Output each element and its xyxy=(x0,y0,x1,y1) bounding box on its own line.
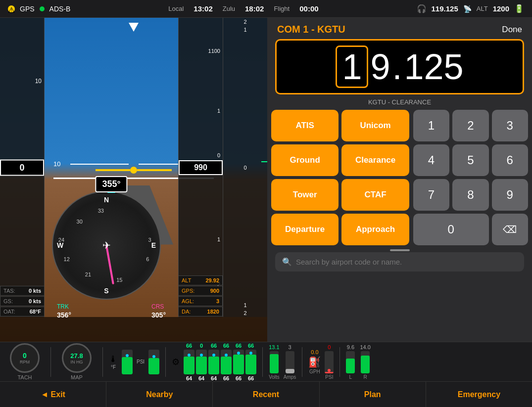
cht-6: 66 66 xyxy=(245,343,256,381)
psi-dot xyxy=(328,369,331,372)
volts-top: 13.1 xyxy=(269,344,279,350)
freq-subtitle: KGTU - CLEARANCE xyxy=(275,98,524,106)
nav-nearby[interactable]: Nearby xyxy=(106,382,213,407)
psi-display: 0 PSI xyxy=(325,344,334,380)
zulu-label: Zulu xyxy=(223,5,235,12)
agl-box: AGL: 3 xyxy=(178,296,223,306)
num-8-button[interactable]: 8 xyxy=(452,179,488,211)
compass-15: 15 xyxy=(116,277,122,283)
horizon-mark-line-left xyxy=(70,164,129,165)
approach-button[interactable]: Approach xyxy=(341,214,409,245)
flight-label: Flight xyxy=(274,5,290,12)
aircraft-right-wing xyxy=(137,169,172,171)
num-7-button[interactable]: 7 xyxy=(413,179,449,211)
cht2-dot xyxy=(200,354,203,357)
local-label: Local xyxy=(168,5,184,12)
cht4-bar xyxy=(221,350,232,374)
nav-emergency[interactable]: Emergency xyxy=(426,382,532,407)
altimeter-box: ALT 29.92 xyxy=(178,275,223,285)
gph-label: GPH xyxy=(309,369,320,374)
heading-value: 355° xyxy=(95,176,127,192)
compass-north: N xyxy=(104,196,109,204)
scroll-indicator xyxy=(267,249,532,251)
crs-label: CRS xyxy=(151,303,164,310)
gs-box: GS: 0 kts xyxy=(0,296,45,306)
num-3-button[interactable]: 3 xyxy=(492,110,528,141)
main-content: 10 10 10 0 xyxy=(0,18,532,342)
unicom-button[interactable]: Unicom xyxy=(341,110,409,141)
speed-mark-10: 10 xyxy=(35,78,42,85)
psi-bar xyxy=(325,351,334,373)
num-1-button[interactable]: 1 xyxy=(413,110,449,141)
cht3-bar xyxy=(208,350,219,374)
num-6-button[interactable]: 6 xyxy=(492,144,528,176)
divider-6 xyxy=(339,347,340,377)
oat-box: OAT: 68°F xyxy=(0,307,45,317)
horizon-mark-left-10: 10 xyxy=(53,160,60,168)
search-box[interactable]: 🔍 xyxy=(275,252,524,271)
oil-psi-section: PSI xyxy=(137,359,145,364)
clearance-button[interactable]: Clearance xyxy=(341,144,409,176)
freq-decimal: . xyxy=(390,49,404,85)
departure-button[interactable]: Departure xyxy=(271,214,339,245)
trk-label: TRK xyxy=(57,303,69,310)
num-4-button[interactable]: 4 xyxy=(413,144,449,176)
search-icon: 🔍 xyxy=(282,257,292,267)
num-9-button[interactable]: 9 xyxy=(492,179,528,211)
gph-display: 0.0 ⛽ GPH xyxy=(308,349,321,374)
compass-plane-icon: ✈ xyxy=(102,239,111,251)
cht3-fill xyxy=(208,357,219,374)
nav-recent-label: Recent xyxy=(253,390,279,399)
altitude-indicator: 990 xyxy=(179,160,223,175)
amps-label: Amps xyxy=(284,374,296,380)
fuel-r-label: R xyxy=(363,374,367,380)
com-title: COM 1 - KGTU xyxy=(277,24,345,35)
cht5-top: 66 xyxy=(236,343,242,349)
fuel-l-fill xyxy=(346,359,355,373)
map-circle: 27.8 IN HG xyxy=(62,343,92,373)
cht1-bar xyxy=(184,350,194,374)
num-2-button[interactable]: 2 xyxy=(452,110,488,141)
num-0-button[interactable]: 0 xyxy=(413,214,489,245)
cht6-dot xyxy=(249,352,252,355)
cht1-bottom: 64 xyxy=(186,375,192,381)
vsi-mark-1down: 1 xyxy=(242,301,248,309)
search-input[interactable] xyxy=(296,258,517,266)
ground-button[interactable]: Ground xyxy=(271,144,339,176)
oil-temp-bar xyxy=(122,350,133,374)
adsb-dot-icon xyxy=(40,6,45,11)
fuel-l-label: L xyxy=(349,374,352,380)
compass-south: S xyxy=(104,287,108,295)
nav-exit[interactable]: ◄ Exit xyxy=(0,382,106,407)
compass-21: 21 xyxy=(85,271,91,277)
gauge-bar: 0 RPM TACH 27.8 IN HG MAP 🌡 °F PSI xyxy=(0,342,532,381)
amps-display: 3 Amps xyxy=(284,344,296,380)
oil-temp-label: °F xyxy=(111,364,116,370)
status-left: ⚠ GPS ADS-B xyxy=(8,5,70,13)
agl-label: AGL: xyxy=(182,298,194,304)
num-5-button[interactable]: 5 xyxy=(452,144,488,176)
compass-33: 33 xyxy=(98,208,104,214)
freq-last-digits: 125 xyxy=(404,49,463,85)
com-done-button[interactable]: Done xyxy=(502,25,522,35)
ctaf-button[interactable]: CTAF xyxy=(341,179,409,211)
tower-button[interactable]: Tower xyxy=(271,179,339,211)
cht6-fill xyxy=(245,355,256,374)
volts-display: 13.1 Volts xyxy=(269,344,280,380)
scroll-dot xyxy=(390,249,410,251)
volts-bar xyxy=(270,351,279,373)
vsi-needle xyxy=(261,161,267,162)
cht-5: 66 66 xyxy=(233,343,244,381)
vsi-mark-2down: 2 xyxy=(242,309,248,317)
com-header: COM 1 - KGTU Done xyxy=(267,18,532,39)
nav-recent[interactable]: Recent xyxy=(213,382,319,407)
compass-area: 355° N S E W 33 3 6 12 xyxy=(45,193,178,317)
nav-plan[interactable]: Plan xyxy=(320,382,426,407)
atis-button[interactable]: ATIS xyxy=(271,110,339,141)
gps-box: GPS: 900 xyxy=(178,286,223,296)
alt-status-label: ALT xyxy=(477,5,488,12)
headset-icon: 🎧 xyxy=(417,4,427,13)
compass-3: 3 xyxy=(148,237,151,243)
divider-5 xyxy=(302,347,302,377)
delete-button[interactable]: ⌫ xyxy=(492,214,528,245)
